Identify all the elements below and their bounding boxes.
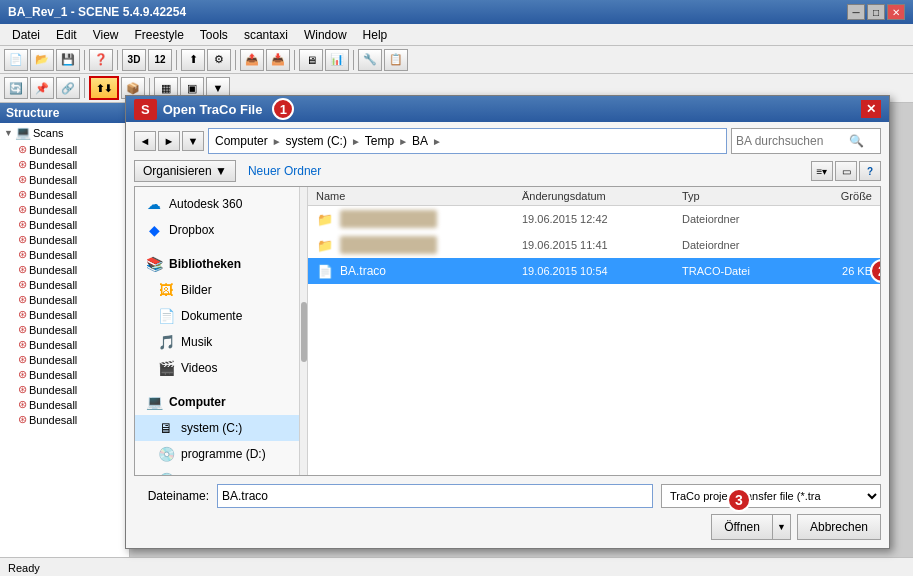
dokumente-icon: 📄 [157, 307, 175, 325]
breadcrumb-nav-buttons: ◄ ► ▼ [134, 131, 204, 151]
traco-icon: 📄 [316, 262, 334, 280]
col-date-header[interactable]: Änderungsdatum [522, 190, 682, 202]
nav-daten-e-label: daten (E:) [181, 473, 234, 475]
filetype-select[interactable]: TraCo project transfer file (*.tra [661, 484, 881, 508]
nav-videos[interactable]: 🎬 Videos [135, 355, 299, 381]
nav-musik-label: Musik [181, 335, 212, 349]
nav-bibliotheken-label: Bibliotheken [169, 257, 241, 271]
nav-programme-d-label: programme (D:) [181, 447, 266, 461]
dialog-toolbar-right: ≡▾ ▭ ? [811, 161, 881, 181]
filename-label: Dateiname: [134, 489, 209, 503]
step1-badge: 1 [272, 98, 294, 120]
videos-icon: 🎬 [157, 359, 175, 377]
file-list-header: Name Änderungsdatum Typ Größe [308, 187, 880, 206]
file-label-2: BA.traco [340, 264, 386, 278]
breadcrumb-sep2: ► [351, 136, 361, 147]
file-name-1: 📁 ██████████ [316, 236, 522, 254]
folder-icon-1: 📁 [316, 236, 334, 254]
dropbox-icon: ◆ [145, 221, 163, 239]
nav-dropbox-label: Dropbox [169, 223, 214, 237]
file-date-1: 19.06.2015 11:41 [522, 239, 682, 251]
nav-programme-d[interactable]: 💿 programme (D:) [135, 441, 299, 467]
nav-spacer2 [135, 381, 299, 389]
nav-bilder[interactable]: 🖼 Bilder [135, 277, 299, 303]
nav-daten-e[interactable]: 💿 daten (E:) [135, 467, 299, 475]
file-row-0[interactable]: 📁 ██████████ 19.06.2015 12:42 Dateiordne… [308, 206, 880, 232]
nav-musik[interactable]: 🎵 Musik [135, 329, 299, 355]
forward-button[interactable]: ► [158, 131, 180, 151]
nav-dokumente[interactable]: 📄 Dokumente [135, 303, 299, 329]
col-name-header[interactable]: Name [316, 190, 522, 202]
search-input[interactable] [736, 134, 846, 148]
file-label-1: ██████████ [340, 236, 437, 254]
open-traco-dialog: S Open TraCo File 1 ✕ ◄ ► ▼ Computer ► [125, 95, 890, 549]
left-nav-scrollbar[interactable] [300, 187, 308, 475]
dialog-title-bar: S Open TraCo File 1 ✕ [126, 96, 889, 122]
step1-container: 1 [272, 98, 294, 120]
musik-icon: 🎵 [157, 333, 175, 351]
dialog-toolbar-left: Organisieren ▼ Neuer Ordner [134, 160, 329, 182]
view-pane-button[interactable]: ▭ [835, 161, 857, 181]
file-name-0: 📁 ██████████ [316, 210, 522, 228]
breadcrumb-path-bar[interactable]: Computer ► system (C:) ► Temp ► BA ► [208, 128, 727, 154]
breadcrumb-sep1: ► [272, 136, 282, 147]
nav-autodesk360[interactable]: ☁ Autodesk 360 [135, 191, 299, 217]
breadcrumb-system: system (C:) [286, 134, 347, 148]
new-folder-button[interactable]: Neuer Ordner [240, 161, 329, 181]
file-label-0: ██████████ [340, 210, 437, 228]
left-nav: ☁ Autodesk 360 ◆ Dropbox 📚 Bibliotheken … [135, 187, 300, 475]
nav-bibliotheken[interactable]: 📚 Bibliotheken [135, 251, 299, 277]
nav-bilder-label: Bilder [181, 283, 212, 297]
open-btn-group: Öffnen ▼ [711, 514, 791, 540]
organize-label: Organisieren ▼ [143, 164, 227, 178]
dialog-title-text: S Open TraCo File 1 [134, 98, 294, 120]
search-box: 🔍 [731, 128, 881, 154]
step2-badge: 2 [870, 259, 880, 283]
file-browser: ☁ Autodesk 360 ◆ Dropbox 📚 Bibliotheken … [134, 186, 881, 476]
dialog-overlay: S Open TraCo File 1 ✕ ◄ ► ▼ Computer ► [0, 0, 913, 576]
back-button[interactable]: ◄ [134, 131, 156, 151]
file-list: Name Änderungsdatum Typ Größe 📁 ████████… [308, 187, 880, 475]
cancel-button[interactable]: Abbrechen [797, 514, 881, 540]
nav-dokumente-label: Dokumente [181, 309, 242, 323]
breadcrumb-temp: Temp [365, 134, 394, 148]
file-date-2: 19.06.2015 10:54 [522, 265, 682, 277]
dialog-title-s-icon: S [134, 99, 157, 120]
file-row-1[interactable]: 📁 ██████████ 19.06.2015 11:41 Dateiordne… [308, 232, 880, 258]
computer-icon: 💻 [145, 393, 163, 411]
drive-d-icon: 💿 [157, 445, 175, 463]
file-date-0: 19.06.2015 12:42 [522, 213, 682, 225]
drive-e-icon: 💿 [157, 471, 175, 475]
col-type-header[interactable]: Typ [682, 190, 802, 202]
scrollbar-thumb [301, 302, 307, 362]
folder-icon-0: 📁 [316, 210, 334, 228]
drive-c-icon: 🖥 [157, 419, 175, 437]
col-size-header[interactable]: Größe [802, 190, 872, 202]
nav-computer[interactable]: 💻 Computer [135, 389, 299, 415]
filename-input[interactable] [217, 484, 653, 508]
search-icon[interactable]: 🔍 [849, 134, 864, 148]
dialog-bottom: Dateiname: TraCo project transfer file (… [126, 476, 889, 548]
open-dropdown-arrow: ▼ [777, 522, 786, 532]
breadcrumb-area: ◄ ► ▼ Computer ► system (C:) ► Temp ► BA… [134, 128, 881, 154]
open-dropdown-button[interactable]: ▼ [773, 514, 791, 540]
nav-dropbox[interactable]: ◆ Dropbox [135, 217, 299, 243]
organize-button[interactable]: Organisieren ▼ [134, 160, 236, 182]
nav-system-c[interactable]: 🖥 system (C:) [135, 415, 299, 441]
filename-row: Dateiname: TraCo project transfer file (… [134, 484, 881, 508]
view-list-button[interactable]: ≡▾ [811, 161, 833, 181]
dropdown-button[interactable]: ▼ [182, 131, 204, 151]
breadcrumb-ba: BA [412, 134, 428, 148]
nav-videos-label: Videos [181, 361, 217, 375]
lib-icon: 📚 [145, 255, 163, 273]
file-row-2[interactable]: 📄 BA.traco 19.06.2015 10:54 TRACO-Datei … [308, 258, 880, 284]
file-name-2: 📄 BA.traco [316, 262, 522, 280]
dialog-close-button[interactable]: ✕ [861, 100, 881, 118]
dialog-title-label: Open TraCo File [163, 102, 263, 117]
open-button[interactable]: Öffnen [711, 514, 773, 540]
step3-badge: 3 [727, 488, 751, 512]
file-size-2: 26 KB [802, 265, 872, 277]
view-help-button[interactable]: ? [859, 161, 881, 181]
bilder-icon: 🖼 [157, 281, 175, 299]
autodesk-icon: ☁ [145, 195, 163, 213]
